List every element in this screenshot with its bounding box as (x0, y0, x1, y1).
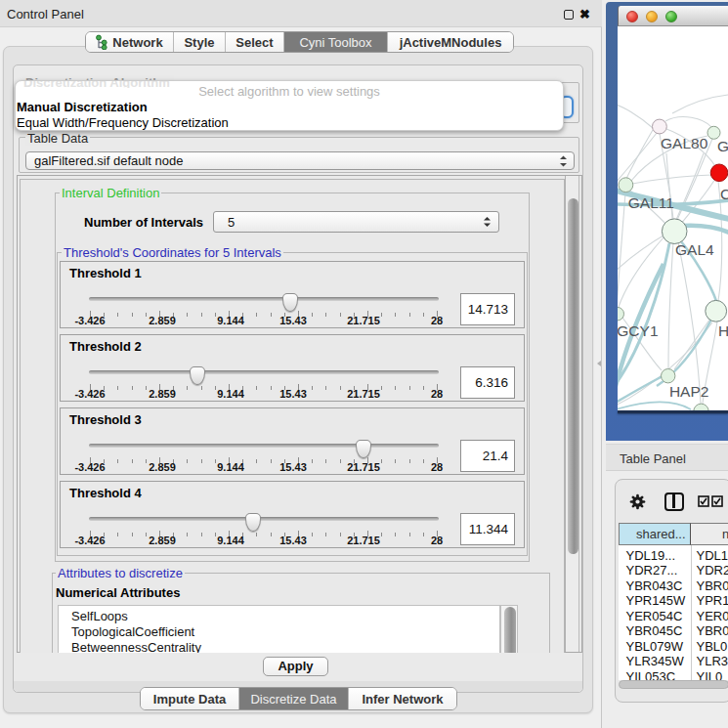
svg-text:H: H (718, 322, 728, 339)
svg-text:GAL80: GAL80 (661, 135, 708, 151)
svg-text:GAL11: GAL11 (628, 194, 674, 211)
svg-text:GCY1: GCY1 (618, 322, 659, 339)
svg-text:HAP2: HAP2 (669, 383, 709, 400)
svg-text:GA: GA (717, 138, 728, 154)
svg-text:GAL4: GAL4 (675, 241, 714, 258)
svg-text:CA: CA (720, 186, 728, 202)
